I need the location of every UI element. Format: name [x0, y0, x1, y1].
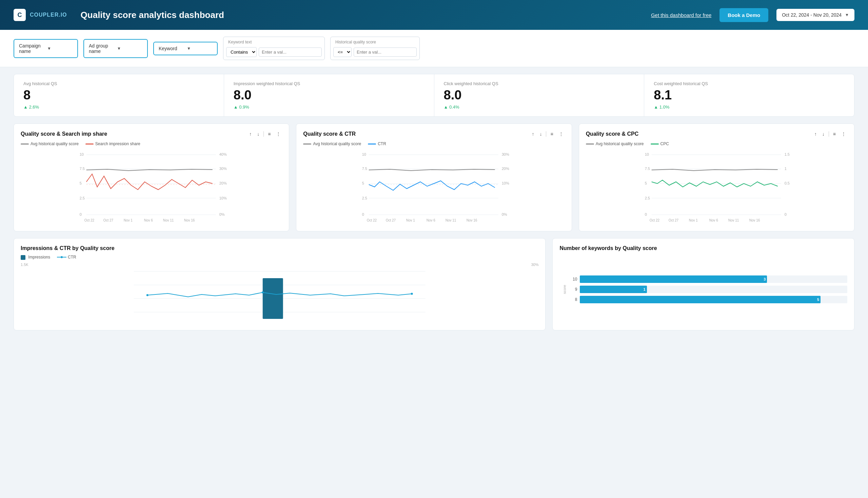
chart-qs-ctr-controls: ↑ ↓ ≡ ⋮ — [530, 131, 564, 137]
filter-button[interactable]: ≡ — [267, 131, 272, 137]
historical-qs-filter: Historical quality score <= — [330, 37, 420, 60]
date-range-selector[interactable]: Oct 22, 2024 - Nov 20, 2024 ▼ — [776, 9, 854, 21]
ad-group-name-filter[interactable]: Ad group name ▼ — [83, 39, 148, 58]
chart-qs-search-imp-title: Quality score & Search imp share — [21, 131, 107, 137]
chart-keywords-qs-title: Number of keywords by Quality score — [559, 245, 847, 251]
bar-fill-value-9: 1 — [643, 287, 645, 291]
keyword-filter[interactable]: Keyword ▼ — [153, 42, 218, 55]
chevron-down-icon: ▼ — [117, 46, 143, 51]
historical-qs-condition-select[interactable]: <= — [333, 47, 351, 57]
chart-qs-ctr-title: Quality score & CTR — [303, 131, 356, 137]
kpi-click-qs-change: ▲ 0.4% — [444, 104, 635, 109]
sort-desc-button[interactable]: ↓ — [256, 131, 261, 137]
svg-text:Oct 22: Oct 22 — [367, 219, 377, 222]
chevron-down-icon: ▼ — [47, 46, 72, 51]
chart-qs-search-imp: Quality score & Search imp share ↑ ↓ ≡ ⋮… — [14, 123, 289, 231]
svg-text:Nov 1: Nov 1 — [406, 219, 415, 222]
chart-qs-ctr: Quality score & CTR ↑ ↓ ≡ ⋮ Avg historic… — [296, 123, 572, 231]
svg-text:Nov 6: Nov 6 — [144, 219, 153, 222]
bar-track-8: 5 — [580, 296, 847, 303]
divider — [829, 131, 829, 137]
legend-avg-qs-3: Avg historical quality score — [586, 142, 644, 146]
svg-text:5: 5 — [644, 181, 646, 185]
kpi-impression-qs-change: ▲ 0.9% — [233, 104, 425, 109]
more-options-button[interactable]: ⋮ — [558, 131, 565, 137]
svg-text:Nov 16: Nov 16 — [184, 219, 195, 222]
book-demo-button[interactable]: Book a Demo — [720, 8, 768, 22]
bar-fill-9: 1 — [580, 286, 646, 293]
chart-impressions-ctr-title: Impressions & CTR by Quality score — [21, 245, 538, 251]
bar-track-9: 1 — [580, 286, 847, 293]
bottom-section: Impressions & CTR by Quality score Impre… — [0, 238, 868, 341]
bar-label-8: 8 — [570, 297, 577, 302]
keyword-text-input[interactable] — [259, 48, 322, 57]
svg-text:1: 1 — [784, 167, 786, 171]
legend-avg-qs-2: Avg historical quality score — [303, 142, 361, 146]
sort-asc-button[interactable]: ↑ — [530, 131, 535, 137]
logo-area: C COUPLER.IO — [14, 9, 67, 21]
kpi-cost-qs-change: ▲ 1.0% — [654, 104, 845, 109]
bar-fill-8: 5 — [580, 296, 820, 303]
filter-button[interactable]: ≡ — [549, 131, 555, 137]
historical-qs-label: Historical quality score — [331, 37, 419, 46]
divider — [546, 131, 546, 137]
bar-label-9: 9 — [570, 287, 577, 292]
campaign-name-filter[interactable]: Campaign name ▼ — [14, 39, 78, 58]
svg-text:Oct 27: Oct 27 — [386, 219, 396, 222]
svg-text:Oct 27: Oct 27 — [668, 219, 679, 222]
chevron-down-icon: ▼ — [187, 46, 212, 51]
bar-row-8: 8 5 — [570, 296, 847, 303]
legend-impressions: Impressions — [21, 255, 50, 260]
svg-text:20%: 20% — [502, 167, 509, 171]
kpi-impression-qs-label: Impression weighted historical QS — [233, 81, 425, 86]
sort-desc-button[interactable]: ↓ — [538, 131, 543, 137]
svg-text:0: 0 — [644, 212, 646, 217]
keyword-text-condition-select[interactable]: Contains — [226, 47, 257, 57]
chart-qs-cpc-area: 10 7.5 5 2.5 0 1.5 1 0.5 0 Oct 22 Oct 2 — [586, 149, 847, 224]
date-range-value: Oct 22, 2024 - Nov 20, 2024 — [782, 12, 842, 18]
more-options-button[interactable]: ⋮ — [840, 131, 847, 137]
chart-qs-search-imp-legend: Avg historical quality score Search impr… — [21, 142, 282, 146]
sort-asc-button[interactable]: ↑ — [813, 131, 818, 137]
logo-icon: C — [14, 9, 26, 21]
ad-group-name-label: Ad group name — [89, 43, 114, 54]
chart-qs-cpc-header: Quality score & CPC ↑ ↓ ≡ ⋮ — [586, 131, 847, 137]
svg-text:2.5: 2.5 — [80, 196, 85, 200]
svg-text:5: 5 — [362, 181, 364, 185]
kpi-cost-qs: Cost weighted historical QS 8.1 ▲ 1.0% — [644, 74, 854, 116]
svg-text:10: 10 — [80, 152, 84, 156]
kpi-avg-qs-change: ▲ 2.6% — [23, 104, 214, 109]
chart-qs-search-imp-controls: ↑ ↓ ≡ ⋮ — [248, 131, 282, 137]
campaign-name-label: Campaign name — [19, 43, 44, 54]
legend-cpc: CPC — [651, 142, 669, 146]
svg-text:2.5: 2.5 — [644, 196, 650, 200]
chart-impressions-ctr-legend: Impressions CTR — [21, 255, 538, 260]
legend-ctr: CTR — [368, 142, 386, 146]
filter-button[interactable]: ≡ — [832, 131, 837, 137]
svg-text:Oct 22: Oct 22 — [84, 219, 95, 222]
kpi-cost-qs-value: 8.1 — [654, 88, 845, 103]
y-axis-left-label: 1.5K — [21, 263, 28, 267]
bar-row-9: 9 1 — [570, 286, 847, 293]
get-dashboard-link[interactable]: Get this dashboard for free — [651, 12, 711, 18]
bar-row-10: 10 3 — [570, 275, 847, 283]
historical-qs-input[interactable] — [353, 48, 417, 57]
chevron-down-icon: ▼ — [845, 13, 849, 17]
bar-fill-value-10: 3 — [764, 277, 765, 281]
svg-point-70 — [146, 294, 148, 296]
sort-desc-button[interactable]: ↓ — [821, 131, 826, 137]
kpi-click-qs-label: Click weighted historical QS — [444, 81, 635, 86]
more-options-button[interactable]: ⋮ — [275, 131, 282, 137]
chart-svg-1: 10 7.5 5 2.5 0 40% 30% 20% 10% 0% — [21, 149, 282, 224]
sort-asc-button[interactable]: ↑ — [248, 131, 253, 137]
svg-text:Oct 22: Oct 22 — [649, 219, 659, 222]
divider — [264, 131, 264, 137]
svg-text:5: 5 — [80, 181, 82, 185]
svg-text:Nov 6: Nov 6 — [709, 219, 718, 222]
kpi-impression-qs: Impression weighted historical QS 8.0 ▲ … — [224, 74, 434, 116]
chart-qs-search-imp-area: 10 7.5 5 2.5 0 40% 30% 20% 10% 0% — [21, 149, 282, 224]
svg-text:10: 10 — [362, 152, 366, 156]
legend-ctr-line: CTR — [57, 255, 76, 260]
chart-qs-cpc-title: Quality score & CPC — [586, 131, 639, 137]
svg-text:Nov 11: Nov 11 — [728, 219, 739, 222]
